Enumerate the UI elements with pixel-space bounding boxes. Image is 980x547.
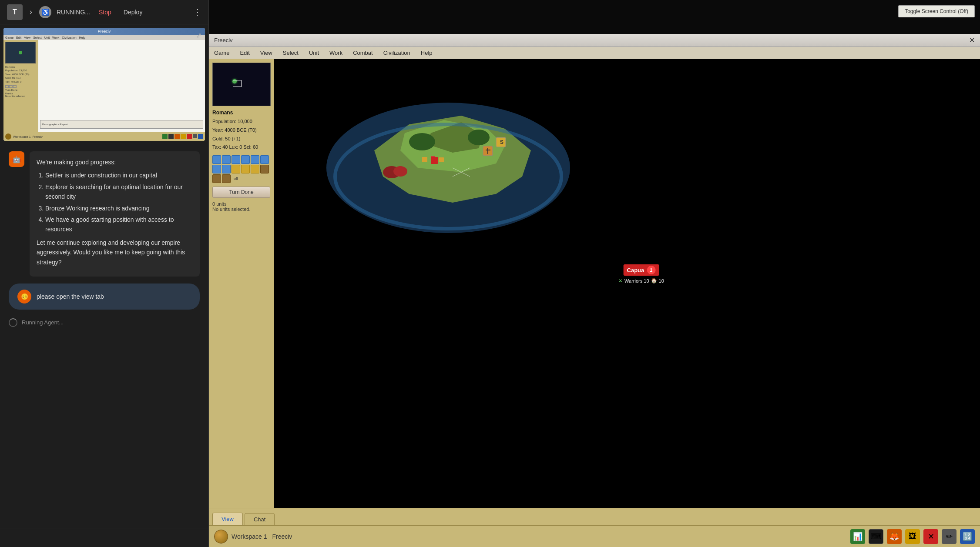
agent-avatar: 🤖 xyxy=(9,151,24,167)
menu-view[interactable]: View xyxy=(258,49,274,57)
unit-btn-1[interactable] xyxy=(212,155,221,164)
preview-info: Romans Population: 13,000 Year: 4000 BCE… xyxy=(5,65,36,83)
preview-icon-6 xyxy=(193,134,197,138)
stat-population: Population: 10,000 xyxy=(212,117,270,126)
right-panel: Toggle Screen Control (Off) Freeciv ✕ Ga… xyxy=(209,0,980,547)
freeciv-titlebar: Freeciv ✕ xyxy=(209,34,980,47)
tab-chat[interactable]: Chat xyxy=(245,513,275,525)
taskbar-app-label: Freeciv xyxy=(272,533,292,540)
menu-game[interactable]: Game xyxy=(212,49,231,57)
taskbar-firefox-icon[interactable]: 🦊 xyxy=(887,529,902,544)
expand-button[interactable]: ⤢ xyxy=(196,31,201,40)
preview-taskbar-icons xyxy=(162,134,203,139)
preview-icon-3 xyxy=(175,134,180,139)
stat-gold: Gold: 50 (+1) xyxy=(212,135,270,143)
agent-list-item-1: Settler is under construction in our cap… xyxy=(45,170,193,180)
agent-message-content: We're making good progress: Settler is u… xyxy=(30,151,200,277)
user-avatar: 😊 xyxy=(17,290,31,304)
preview-title: Freeciv xyxy=(98,29,111,33)
menu-combat[interactable]: Combat xyxy=(351,49,375,57)
taskbar-calculator-icon[interactable]: 🔢 xyxy=(960,529,975,544)
taskbar-terminal-icon[interactable]: ⌨ xyxy=(869,529,883,544)
turn-done-button[interactable]: Turn Done xyxy=(212,187,270,198)
taskbar-globe-icon xyxy=(214,530,228,544)
unit-btn-10[interactable] xyxy=(241,165,250,173)
unit-off-label: off xyxy=(232,174,240,183)
freeciv-window: Freeciv ✕ Game Edit View Select Unit Wor… xyxy=(209,34,980,547)
workspace-label: Workspace 1 xyxy=(232,533,267,540)
unit-btn-6[interactable] xyxy=(260,155,269,164)
more-options-button[interactable]: ⋮ xyxy=(194,7,201,17)
svg-point-5 xyxy=(468,130,490,145)
user-message: 😊 please open the view tab xyxy=(9,284,200,310)
agent-intro: We're making good progress: xyxy=(37,157,193,167)
left-panel: T › ♿ RUNNING... Stop Deploy ⋮ Freeciv G… xyxy=(0,0,209,547)
preview-minimap xyxy=(5,42,36,63)
running-status: RUNNING... xyxy=(57,9,90,16)
freeciv-bottom-tabs: View Chat xyxy=(209,508,980,525)
collapse-button[interactable]: › xyxy=(28,6,34,18)
freeciv-preview: Freeciv Game Edit View Select Unit Work … xyxy=(3,28,205,141)
terrain-svg: S xyxy=(296,72,601,237)
civilization-stats: Population: 10,000 Year: 4000 BCE (T0) G… xyxy=(212,117,270,152)
taskbar-pdf-icon[interactable]: ✕ xyxy=(923,529,938,544)
menu-edit[interactable]: Edit xyxy=(238,49,251,57)
unit-btn-8[interactable] xyxy=(222,165,231,173)
unit-btn-5[interactable] xyxy=(251,155,259,164)
menu-work[interactable]: Work xyxy=(328,49,344,57)
freeciv-map[interactable]: S Capua 1 xyxy=(274,59,980,508)
freeciv-close-button[interactable]: ✕ xyxy=(969,36,975,44)
unit-btn-13[interactable] xyxy=(212,174,221,183)
running-agent-text: Running Agent... xyxy=(22,319,64,326)
menu-select[interactable]: Select xyxy=(281,49,300,57)
unit-btn-11[interactable] xyxy=(251,165,259,173)
menu-help[interactable]: Help xyxy=(419,49,434,57)
freeciv-sidebar: Romans Population: 10,000 Year: 4000 BCE… xyxy=(209,59,274,508)
city-banner: Capua 1 xyxy=(624,264,659,276)
agent-list-item-2: Explorer is searching for an optimal loc… xyxy=(45,182,193,202)
preview-icon-1 xyxy=(162,134,168,139)
units-selected: No units selected. xyxy=(212,207,270,212)
tab-view[interactable]: View xyxy=(212,513,243,525)
preview-area: Freeciv Game Edit View Select Unit Work … xyxy=(3,28,205,141)
unit-toolbar: off xyxy=(212,155,270,183)
freeciv-minimap xyxy=(212,63,271,106)
minimap-viewport-highlight xyxy=(233,80,242,87)
user-avatar-t: T xyxy=(7,4,23,20)
deploy-button[interactable]: Deploy xyxy=(120,7,146,17)
agent-list: Settler is under construction in our cap… xyxy=(45,170,193,234)
freeciv-menubar: Game Edit View Select Unit Work Combat C… xyxy=(209,47,980,59)
menu-civilization[interactable]: Civilization xyxy=(382,49,412,57)
running-agent-row: Running Agent... xyxy=(9,317,200,329)
svg-rect-9 xyxy=(422,157,427,162)
unit-btn-2[interactable] xyxy=(222,155,231,164)
chat-area: 🤖 We're making good progress: Settler is… xyxy=(0,144,208,528)
unit-btn-3[interactable] xyxy=(232,155,240,164)
preview-icon-5 xyxy=(187,134,192,139)
preview-sidebar: Romans Population: 13,000 Year: 4000 BCE… xyxy=(3,40,38,132)
units-info: 0 units No units selected. xyxy=(212,201,270,212)
taskbar-edit-icon[interactable]: ✏ xyxy=(942,529,957,544)
city-population-count: 1 xyxy=(647,266,655,274)
preview-workspace-icon xyxy=(5,133,11,140)
user-message-text: please open the view tab xyxy=(37,293,104,300)
agent-list-item-4: We have a good starting position with ac… xyxy=(45,215,193,234)
taskbar-spreadsheet-icon[interactable]: 📊 xyxy=(850,529,865,544)
unit-btn-9[interactable] xyxy=(232,165,240,173)
city-name: Capua xyxy=(627,267,644,274)
preview-icon-4 xyxy=(181,134,186,139)
unit-btn-12[interactable] xyxy=(260,165,269,173)
unit-btn-4[interactable] xyxy=(241,155,250,164)
stop-button[interactable]: Stop xyxy=(95,7,115,17)
menu-unit[interactable]: Unit xyxy=(307,49,321,57)
taskbar: Workspace 1 Freeciv 📊 ⌨ 🦊 🖼 ✕ ✏ 🔢 xyxy=(209,525,980,547)
freeciv-window-title: Freeciv xyxy=(214,37,233,43)
preview-icon-2 xyxy=(168,134,174,139)
taskbar-gallery-icon[interactable]: 🖼 xyxy=(905,529,920,544)
freeciv-body: Romans Population: 10,000 Year: 4000 BCE… xyxy=(209,59,980,508)
svg-rect-17 xyxy=(431,157,438,164)
toggle-screen-control-button[interactable]: Toggle Screen Control (Off) xyxy=(898,5,975,17)
unit-btn-14[interactable] xyxy=(222,174,231,183)
preview-menubar: Game Edit View Select Unit Work Civiliza… xyxy=(3,35,205,40)
unit-btn-7[interactable] xyxy=(212,165,221,173)
